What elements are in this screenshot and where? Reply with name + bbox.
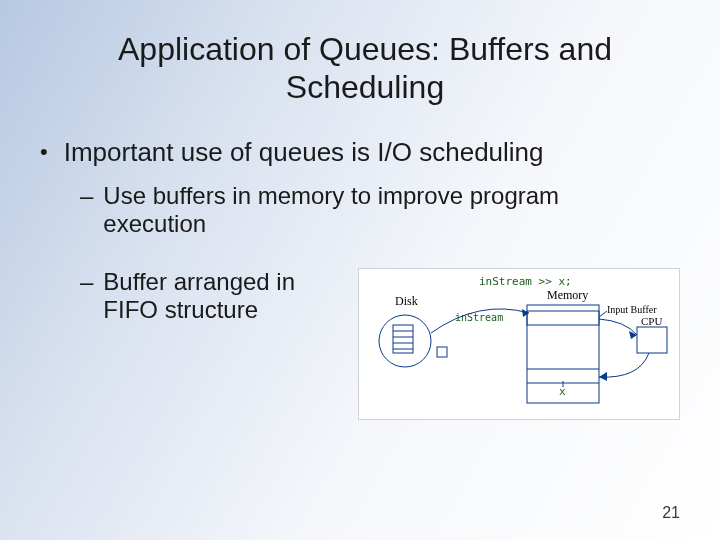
disk-icon [379,315,431,367]
content-row: – Buffer arranged in FIFO structure inSt… [40,268,690,420]
slide: Application of Queues: Buffers and Sched… [0,0,720,540]
diagram-caption: inStream >> x; [479,275,572,288]
bullet-dash-icon: – [80,268,93,296]
diagram-svg: inStream >> x; Disk inStream [359,269,679,419]
bullet-level2: – Buffer arranged in FIFO structure [80,268,340,324]
slide-title: Application of Queues: Buffers and Sched… [80,30,650,107]
instream-label: inStream [455,312,503,323]
bullet-level1: • Important use of queues is I/O schedul… [40,137,690,168]
input-buffer-box [527,311,599,325]
cpu-label: CPU [641,315,662,327]
bullet-text: Important use of queues is I/O schedulin… [64,137,544,168]
svg-marker-8 [629,331,637,339]
page-number: 21 [662,504,680,522]
bullet-text: Use buffers in memory to improve program… [103,182,640,238]
bullet-text: Buffer arranged in FIFO structure [103,268,340,324]
input-buffer-label: Input Buffer [607,304,657,315]
buffer-diagram: inStream >> x; Disk inStream [358,268,680,420]
svg-line-7 [599,311,607,317]
block-icon [437,347,447,357]
disk-label: Disk [395,294,418,308]
memory-label: Memory [547,288,588,302]
bullet-level2: – Use buffers in memory to improve progr… [80,182,640,238]
bullet-dash-icon: – [80,182,93,210]
bullet-dot-icon: • [40,137,48,167]
svg-marker-9 [599,372,607,381]
svg-marker-4 [522,309,529,317]
cpu-box-icon [637,327,667,353]
